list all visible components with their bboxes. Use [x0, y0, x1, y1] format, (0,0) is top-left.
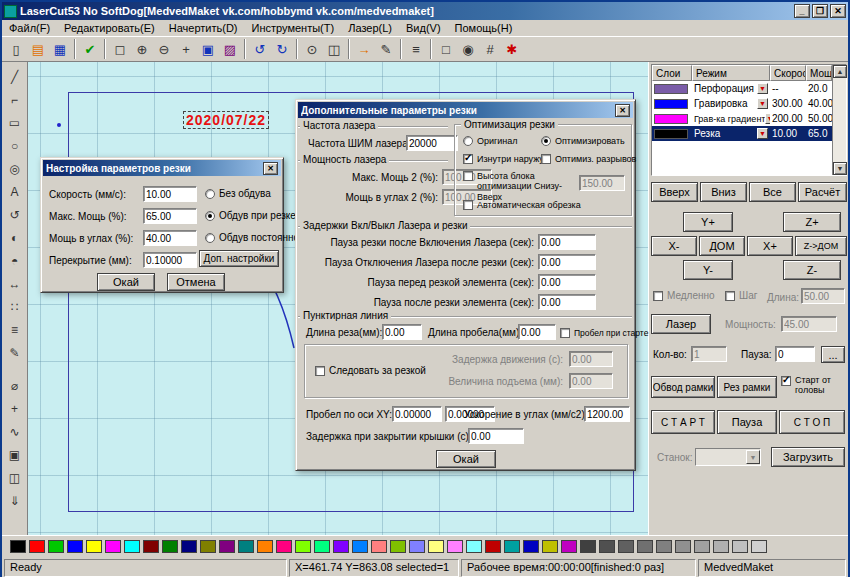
original-radio[interactable]: Оригинал [463, 135, 518, 146]
layer-color-swatch[interactable] [654, 114, 688, 124]
fit-screen-icon[interactable]: ▣ [197, 38, 219, 60]
delay-before-field[interactable] [538, 274, 596, 290]
cut-length-field[interactable] [382, 324, 422, 340]
layer-all-button[interactable]: Все [749, 182, 796, 202]
mirror-icon[interactable]: ◫ [323, 38, 345, 60]
pause-button[interactable]: Пауза [717, 410, 777, 434]
palette-color[interactable] [181, 540, 197, 553]
palette-color[interactable] [67, 540, 83, 553]
palette-color[interactable] [314, 540, 330, 553]
gap-at-start-checkbox[interactable]: Пробел при старте [560, 327, 648, 338]
overlap-field[interactable] [143, 252, 197, 268]
pause-count-field[interactable] [775, 346, 815, 362]
curve-tool-icon[interactable]: ∿ [4, 421, 26, 442]
minimize-button[interactable]: _ [794, 4, 810, 18]
palette-color[interactable] [409, 540, 425, 553]
block-height-checkbox[interactable]: Высота блока оптимизации Снизу-Вверх [463, 171, 577, 202]
palette-color[interactable] [219, 540, 235, 553]
zoom-out-icon[interactable]: ⊖ [153, 38, 175, 60]
stop-button[interactable]: С Т О П [779, 410, 845, 434]
undo-icon[interactable]: ↺ [249, 38, 271, 60]
text-tool-icon[interactable]: A [4, 181, 26, 202]
z-home-button[interactable]: Z->ДОМ [795, 236, 847, 256]
palette-color[interactable] [352, 540, 368, 553]
node-edit-tool-icon[interactable]: ✎ [4, 342, 26, 363]
save-file-icon[interactable]: ▦ [49, 38, 71, 60]
palette-color[interactable] [542, 540, 558, 553]
jog-x-plus-button[interactable]: X+ [747, 236, 793, 256]
align-tool-icon[interactable]: ≡ [4, 319, 26, 340]
layer-color-swatch[interactable] [654, 129, 688, 139]
line-tool-icon[interactable]: ╱ [4, 66, 26, 87]
layer-row[interactable]: Резка▼ 10.00 65.0 [652, 126, 846, 141]
jog-z-minus-button[interactable]: Z- [783, 260, 841, 280]
inside-out-checkbox-box[interactable] [463, 154, 473, 164]
palette-color[interactable] [257, 540, 273, 553]
gap-length-field[interactable] [518, 324, 556, 340]
trace-frame-button[interactable]: Обвод рамки [651, 376, 715, 398]
palette-color[interactable] [295, 540, 311, 553]
delay-off-field[interactable] [538, 254, 596, 270]
layer-mode-dropdown-icon[interactable]: ▼ [757, 128, 768, 139]
more-options-button[interactable]: ... [821, 346, 845, 363]
inside-out-checkbox[interactable]: Изнутри наружу [463, 153, 544, 164]
palette-color[interactable] [447, 540, 463, 553]
mirror-vertical-tool-icon[interactable]: ◓ [4, 250, 26, 271]
palette-color[interactable] [675, 540, 691, 553]
palette-color[interactable] [276, 540, 292, 553]
follow-cut-checkbox-box[interactable] [315, 366, 325, 376]
corner-accel-field[interactable] [584, 406, 630, 422]
laser-button[interactable]: Лазер [651, 314, 711, 334]
jog-z-plus-button[interactable]: Z+ [783, 212, 841, 232]
palette-color[interactable] [504, 540, 520, 553]
max-power-field[interactable] [143, 208, 197, 224]
optimize-radio[interactable]: Оптимизировать [541, 135, 625, 146]
palette-color[interactable] [485, 540, 501, 553]
start-from-head-checkbox[interactable]: Старт от головы [781, 376, 845, 396]
arrow-tool-icon[interactable]: → [353, 38, 375, 60]
palette-color[interactable] [162, 540, 178, 553]
page-setup-icon[interactable]: □ [435, 38, 457, 60]
palette-color[interactable] [561, 540, 577, 553]
palette-color[interactable] [105, 540, 121, 553]
palette-color[interactable] [656, 540, 672, 553]
layer-mode-dropdown-icon[interactable]: ▼ [757, 98, 768, 109]
delay-after-field[interactable] [538, 294, 596, 310]
layer-row[interactable]: Перфорация▼ -- 20.0 [652, 81, 846, 96]
layers-scrollbar[interactable]: ▲ ▼ [832, 65, 846, 175]
block-height-checkbox-box[interactable] [463, 171, 473, 181]
step-checkbox[interactable]: Шаг [725, 290, 757, 301]
layer-row[interactable]: Грав-ка градиент▼ 200.00 50.00 [652, 111, 846, 126]
layer-color-swatch[interactable] [654, 99, 688, 109]
palette-color[interactable] [371, 540, 387, 553]
scroll-down-icon[interactable]: ▼ [833, 162, 847, 175]
palette-color[interactable] [10, 540, 26, 553]
pwm-freq-field[interactable] [406, 135, 458, 151]
original-radio-circle[interactable] [463, 136, 473, 146]
cut-params-dialog-titlebar[interactable]: Настройка параметров резки ✕ [43, 160, 281, 176]
cut-ok-button[interactable]: Окай [97, 273, 155, 291]
open-file-icon[interactable]: ▤ [27, 38, 49, 60]
air-always-radio[interactable]: Обдув постоянно [205, 232, 299, 243]
start-from-head-checkbox-box[interactable] [781, 376, 791, 386]
menu-tools[interactable]: Инструменты(T) [245, 21, 342, 35]
optimize-radio-circle[interactable] [541, 136, 551, 146]
calc-button[interactable]: Расчёт [798, 182, 847, 202]
maximize-button[interactable]: ❐ [812, 4, 828, 18]
layer-row[interactable]: Гравировка▼ 300.00 40.00 [652, 96, 846, 111]
speed-field[interactable] [143, 186, 197, 202]
palette-color[interactable] [637, 540, 653, 553]
menu-draw[interactable]: Начертить(D) [162, 21, 245, 35]
home-button[interactable]: ДОМ [699, 236, 745, 256]
rectangle-tool-icon[interactable]: ▭ [4, 112, 26, 133]
corner-power-field[interactable] [143, 230, 197, 246]
cut-frame-button[interactable]: Рез рамки [717, 376, 777, 398]
palette-color[interactable] [523, 540, 539, 553]
advanced-params-dialog-titlebar[interactable]: Дополнительные параметры резки ✕ [298, 102, 633, 118]
machine-options-icon[interactable]: ✱ [501, 38, 523, 60]
pen-tool-icon[interactable]: ✎ [375, 38, 397, 60]
palette-color[interactable] [143, 540, 159, 553]
array-copy-tool-icon[interactable]: ∷ [4, 296, 26, 317]
air-always-radio-circle[interactable] [205, 233, 215, 243]
preview-icon[interactable]: ◉ [457, 38, 479, 60]
